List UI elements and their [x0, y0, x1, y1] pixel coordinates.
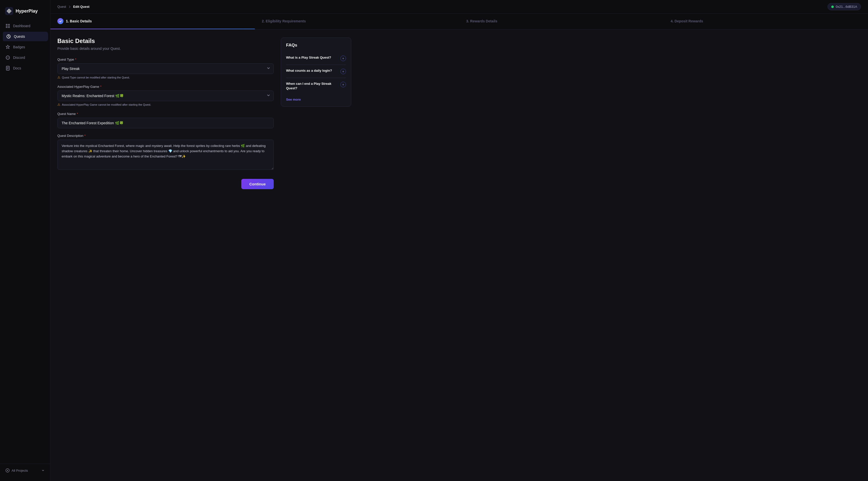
quest-description-group: Quest Description * [57, 134, 274, 171]
svg-point-12 [7, 470, 8, 471]
quest-name-required: * [77, 112, 78, 116]
quest-description-required: * [84, 134, 86, 138]
sidebar-item-docs[interactable]: Docs [2, 63, 48, 73]
warning-icon: ⚠ [57, 103, 60, 106]
quest-type-required: * [75, 58, 76, 61]
continue-button[interactable]: Continue [241, 179, 274, 189]
topbar: Quest Edit Quest 0x21...6dB31A [50, 0, 868, 13]
breadcrumb: Quest Edit Quest [57, 5, 90, 8]
faq-item-1[interactable]: What counts as a daily login? + [286, 65, 346, 78]
sidebar-item-discord[interactable]: Discord [2, 53, 48, 62]
quest-type-select[interactable]: Play StreakOne TimeRecurring [57, 63, 274, 74]
step-basic-details[interactable]: 1. Basic Details [50, 13, 255, 29]
sidebar-label-docs: Docs [13, 66, 21, 70]
wallet-badge[interactable]: 0x21...6dB31A [828, 3, 861, 10]
faq-title: FAQs [286, 43, 346, 48]
svg-point-9 [8, 57, 8, 58]
quest-type-label: Quest Type * [57, 58, 274, 61]
logo-icon [5, 7, 13, 15]
content-area: Basic Details Provide basic details arou… [50, 29, 868, 481]
breadcrumb-parent[interactable]: Quest [57, 5, 66, 8]
faq-item-0[interactable]: What is a Play Streak Quest? + [286, 52, 346, 65]
dashboard-icon [5, 24, 10, 28]
step-deposit[interactable]: 4. Deposit Rewards [664, 13, 868, 29]
wallet-address: 0x21...6dB31A [836, 5, 857, 8]
associated-game-group: Associated HyperPlay Game * Mystic Realm… [57, 85, 274, 106]
wallet-status-dot [831, 5, 834, 8]
faq-sidebar: FAQs What is a Play Streak Quest? + What… [281, 37, 351, 473]
svg-rect-3 [8, 24, 10, 26]
sidebar-bottom: All Projects [0, 463, 50, 477]
sidebar-label-dashboard: Dashboard [13, 24, 30, 28]
faq-question-2: When can I end a Play Streak Quest? [286, 82, 338, 91]
step-deposit-label: 4. Deposit Rewards [671, 19, 703, 23]
associated-game-select-wrapper: Mystic Realms: Enchanted Forest 🌿🍀 [57, 91, 274, 101]
all-projects-icon [5, 469, 9, 473]
form-footer: Continue [57, 179, 274, 189]
quest-description-label: Quest Description * [57, 134, 274, 138]
chevron-down-icon [41, 469, 44, 472]
quest-description-textarea[interactable] [57, 140, 274, 170]
all-projects-label: All Projects [11, 469, 28, 473]
sidebar-label-discord: Discord [13, 56, 25, 60]
step-eligibility[interactable]: 2. Eligibility Requirements [255, 13, 459, 29]
page-subtitle: Provide basic details around your Quest. [57, 46, 274, 51]
sidebar-item-quests[interactable]: Quests [2, 32, 48, 41]
form-section: Basic Details Provide basic details arou… [57, 37, 274, 473]
sidebar-label-quests: Quests [14, 34, 25, 38]
warning-icon: ⚠ [57, 75, 60, 79]
sidebar: HyperPlay Dashboard Quests Bad [0, 0, 50, 481]
svg-rect-2 [6, 24, 7, 26]
main-content: Quest Edit Quest 0x21...6dB31A 1. Basic … [50, 0, 868, 481]
svg-rect-5 [8, 26, 10, 28]
svg-point-8 [7, 57, 7, 58]
sidebar-label-badges: Badges [13, 45, 25, 49]
step-rewards-label: 3. Rewards Details [466, 19, 497, 23]
step-eligibility-label: 2. Eligibility Requirements [262, 19, 306, 23]
quest-type-warning: ⚠ Quest Type cannot be modified after st… [57, 75, 274, 79]
app-name: HyperPlay [16, 8, 38, 14]
faq-card: FAQs What is a Play Streak Quest? + What… [281, 37, 351, 107]
svg-point-7 [6, 56, 9, 59]
svg-point-1 [8, 10, 10, 12]
step-check-icon [57, 18, 63, 24]
page-title: Basic Details [57, 37, 274, 44]
sidebar-item-badges[interactable]: Badges [2, 42, 48, 52]
quest-name-input[interactable] [57, 118, 274, 128]
breadcrumb-separator-icon [68, 5, 71, 8]
step-rewards[interactable]: 3. Rewards Details [459, 13, 664, 29]
associated-game-required: * [100, 85, 101, 89]
logo[interactable]: HyperPlay [0, 4, 50, 21]
faq-question-0: What is a Play Streak Quest? [286, 55, 331, 60]
quest-type-select-wrapper: Play StreakOne TimeRecurring [57, 63, 274, 74]
associated-game-warning: ⚠ Associated HyperPlay Game cannot be mo… [57, 103, 274, 106]
faq-expand-icon-1: + [340, 69, 346, 74]
quests-icon [6, 34, 11, 39]
associated-game-label: Associated HyperPlay Game * [57, 85, 274, 89]
docs-icon [5, 66, 10, 70]
discord-icon [5, 55, 10, 60]
sidebar-item-dashboard[interactable]: Dashboard [2, 21, 48, 31]
faq-expand-icon-2: + [340, 82, 346, 87]
sidebar-nav: Dashboard Quests Badges Discord [0, 21, 50, 463]
svg-rect-4 [6, 26, 7, 28]
faq-expand-icon-0: + [340, 56, 346, 61]
quest-type-group: Quest Type * Play StreakOne TimeRecurrin… [57, 58, 274, 79]
faq-question-1: What counts as a daily login? [286, 68, 332, 73]
steps-nav: 1. Basic Details 2. Eligibility Requirem… [50, 13, 868, 29]
quest-name-label: Quest Name * [57, 112, 274, 116]
all-projects-button[interactable]: All Projects [2, 466, 48, 475]
quest-name-group: Quest Name * [57, 112, 274, 128]
badges-icon [5, 45, 10, 49]
step-basic-label: 1. Basic Details [66, 19, 92, 23]
faq-item-2[interactable]: When can I end a Play Streak Quest? + [286, 78, 346, 94]
associated-game-select[interactable]: Mystic Realms: Enchanted Forest 🌿🍀 [57, 91, 274, 101]
see-more-link[interactable]: See more [286, 98, 346, 101]
breadcrumb-current: Edit Quest [73, 5, 90, 8]
